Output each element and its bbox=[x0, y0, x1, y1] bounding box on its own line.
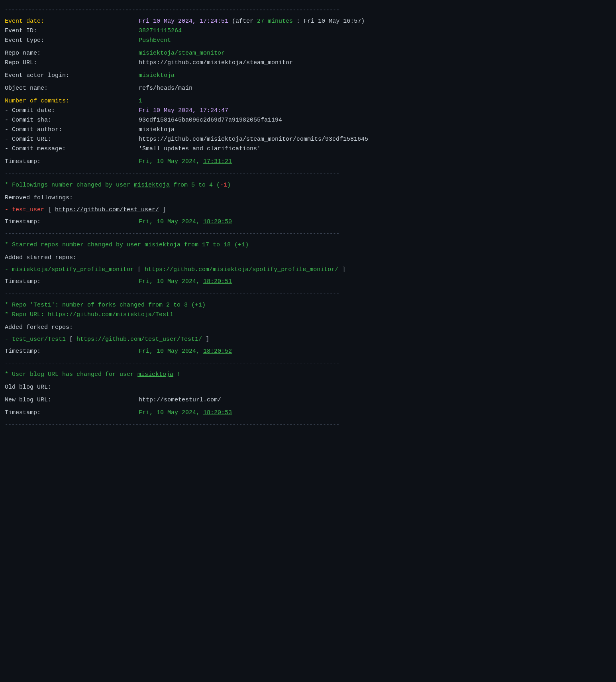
event-type-label: Event type: bbox=[5, 36, 139, 45]
forked-item-url[interactable]: https://github.com/test_user/Test1/ bbox=[77, 336, 202, 343]
removed-item-url[interactable]: https://github.com/test_user/ bbox=[55, 206, 159, 213]
event3-added-label: Added starred repos: bbox=[5, 253, 611, 263]
timestamp4-value: Fri, 10 May 2024, 18:20:52 bbox=[139, 347, 232, 356]
event2-section: * Followings number changed by user misi… bbox=[5, 181, 611, 227]
timestamp3-label: Timestamp: bbox=[5, 277, 139, 287]
event3-change: +1 bbox=[238, 242, 245, 248]
commit-url-value: https://github.com/misiektoja/steam_moni… bbox=[139, 135, 368, 144]
new-blog-value: http://sometesturl.com/ bbox=[139, 395, 221, 405]
new-blog-row: New blog URL: http://sometesturl.com/ bbox=[5, 395, 611, 405]
event3-section: * Starred repos number changed by user m… bbox=[5, 240, 611, 287]
timestamp5-label: Timestamp: bbox=[5, 408, 139, 418]
commit-url-row: - Commit URL: https://github.com/misiekt… bbox=[5, 135, 611, 144]
num-commits-label: Number of commits: bbox=[5, 96, 139, 106]
event2-highlight: * Followings number changed by user misi… bbox=[5, 181, 611, 190]
divider-2: ----------------------------------------… bbox=[5, 229, 611, 238]
divider-4: ----------------------------------------… bbox=[5, 359, 611, 368]
actor-login-row: Event actor login: misiektoja bbox=[5, 71, 611, 81]
timestamp1-value: Fri, 10 May 2024, 17:31:21 bbox=[139, 157, 232, 167]
commit-date-value: Fri 10 May 2024, 17:24:47 bbox=[139, 106, 228, 116]
timestamp1-row: Timestamp: Fri, 10 May 2024, 17:31:21 bbox=[5, 157, 611, 167]
timestamp3-row: Timestamp: Fri, 10 May 2024, 18:20:51 bbox=[5, 277, 611, 287]
commit-url-label: - Commit URL: bbox=[5, 135, 139, 144]
event-date-label: Event date: bbox=[5, 17, 139, 26]
commit-author-label: - Commit author: bbox=[5, 125, 139, 135]
timestamp2-row: Timestamp: Fri, 10 May 2024, 18:20:50 bbox=[5, 217, 611, 227]
event4-added-item: - test_user/Test1 [ https://github.com/t… bbox=[5, 335, 611, 344]
event4-section: * Repo 'Test1': number of forks changed … bbox=[5, 301, 611, 356]
actor-login-label: Event actor login: bbox=[5, 71, 139, 81]
commit-date-label: - Commit date: bbox=[5, 106, 139, 116]
divider-bottom: ----------------------------------------… bbox=[5, 420, 611, 429]
event2-change: -1 bbox=[220, 182, 227, 189]
new-blog-label: New blog URL: bbox=[5, 395, 139, 405]
timestamp2-label: Timestamp: bbox=[5, 217, 139, 227]
repo-url-label: Repo URL: bbox=[5, 58, 139, 68]
actor-login-value: misiektoja bbox=[139, 71, 175, 81]
repo-url-value: https://github.com/misiektoja/steam_moni… bbox=[139, 58, 293, 68]
event-id-row: Event ID: 382711115264 bbox=[5, 26, 611, 36]
event2-removed-item: - test_user [ https://github.com/test_us… bbox=[5, 205, 611, 215]
forked-item-dash: - bbox=[5, 336, 12, 343]
commit-message-row: - Commit message: 'Small updates and cla… bbox=[5, 144, 611, 154]
object-name-value: refs/heads/main bbox=[139, 84, 192, 93]
timestamp4-row: Timestamp: Fri, 10 May 2024, 18:20:52 bbox=[5, 347, 611, 356]
commit-sha-row: - Commit sha: 93cdf1581645ba096c2d69d77a… bbox=[5, 116, 611, 125]
event-date-value: Fri 10 May 2024, 17:24:51 (after 27 minu… bbox=[139, 17, 365, 26]
commit-date-row: - Commit date: Fri 10 May 2024, 17:24:47 bbox=[5, 106, 611, 116]
event-id-label: Event ID: bbox=[5, 26, 139, 36]
event-type-value: PushEvent bbox=[139, 36, 171, 45]
old-blog-row: Old blog URL: bbox=[5, 383, 611, 392]
event5-section: * User blog URL has changed for user mis… bbox=[5, 370, 611, 418]
object-name-label: Object name: bbox=[5, 84, 139, 93]
commit-message-label: - Commit message: bbox=[5, 144, 139, 154]
repo-url-row: Repo URL: https://github.com/misiektoja/… bbox=[5, 58, 611, 68]
event3-added-item: - misiektoja/spotify_profile_monitor [ h… bbox=[5, 265, 611, 275]
forked-item-name: test_user/Test1 bbox=[12, 336, 66, 343]
num-commits-row: Number of commits: 1 bbox=[5, 96, 611, 106]
event4-highlight1: * Repo 'Test1': number of forks changed … bbox=[5, 301, 611, 310]
repo-name-label: Repo name: bbox=[5, 49, 139, 58]
commit-message-value: 'Small updates and clarifications' bbox=[139, 144, 261, 154]
event5-user-link[interactable]: misiektoja bbox=[137, 371, 173, 378]
old-blog-label: Old blog URL: bbox=[5, 383, 139, 392]
event1-section: Event date: Fri 10 May 2024, 17:24:51 (a… bbox=[5, 17, 611, 167]
commit-sha-value: 93cdf1581645ba096c2d69d77a91982055fa1194 bbox=[139, 116, 282, 125]
removed-item-name: test_user bbox=[12, 206, 44, 213]
divider-1: ----------------------------------------… bbox=[5, 169, 611, 178]
removed-item-dash: - bbox=[5, 206, 12, 213]
timestamp2-value: Fri, 10 May 2024, 18:20:50 bbox=[139, 217, 232, 227]
timestamp5-row: Timestamp: Fri, 10 May 2024, 18:20:53 bbox=[5, 408, 611, 418]
event3-user-link[interactable]: misiektoja bbox=[145, 242, 180, 248]
event3-highlight: * Starred repos number changed by user m… bbox=[5, 240, 611, 250]
event2-removed-label: Removed followings: bbox=[5, 193, 611, 203]
event-id-value: 382711115264 bbox=[139, 26, 182, 36]
added-item-name: misiektoja/spotify_profile_monitor bbox=[12, 266, 134, 273]
added-item-url[interactable]: https://github.com/misiektoja/spotify_pr… bbox=[145, 266, 338, 273]
timestamp1-label: Timestamp: bbox=[5, 157, 139, 167]
commit-author-value: misiektoja bbox=[139, 125, 175, 135]
timestamp4-label: Timestamp: bbox=[5, 347, 139, 356]
event-date-row: Event date: Fri 10 May 2024, 17:24:51 (a… bbox=[5, 17, 611, 26]
event4-added-label: Added forked repos: bbox=[5, 323, 611, 332]
divider-3: ----------------------------------------… bbox=[5, 289, 611, 298]
added-item-dash: - bbox=[5, 266, 12, 273]
event4-highlight2: * Repo URL: https://github.com/misiektoj… bbox=[5, 310, 611, 320]
event5-highlight: * User blog URL has changed for user mis… bbox=[5, 370, 611, 379]
timestamp5-value: Fri, 10 May 2024, 18:20:53 bbox=[139, 408, 232, 418]
repo-name-value: misiektoja/steam_monitor bbox=[139, 49, 225, 58]
repo-name-row: Repo name: misiektoja/steam_monitor bbox=[5, 49, 611, 58]
num-commits-value: 1 bbox=[139, 96, 142, 106]
divider-top: ----------------------------------------… bbox=[5, 6, 611, 14]
commit-author-row: - Commit author: misiektoja bbox=[5, 125, 611, 135]
object-name-row: Object name: refs/heads/main bbox=[5, 84, 611, 93]
commit-sha-label: - Commit sha: bbox=[5, 116, 139, 125]
event2-user-link[interactable]: misiektoja bbox=[134, 182, 170, 189]
timestamp3-value: Fri, 10 May 2024, 18:20:51 bbox=[139, 277, 232, 287]
event-type-row: Event type: PushEvent bbox=[5, 36, 611, 45]
